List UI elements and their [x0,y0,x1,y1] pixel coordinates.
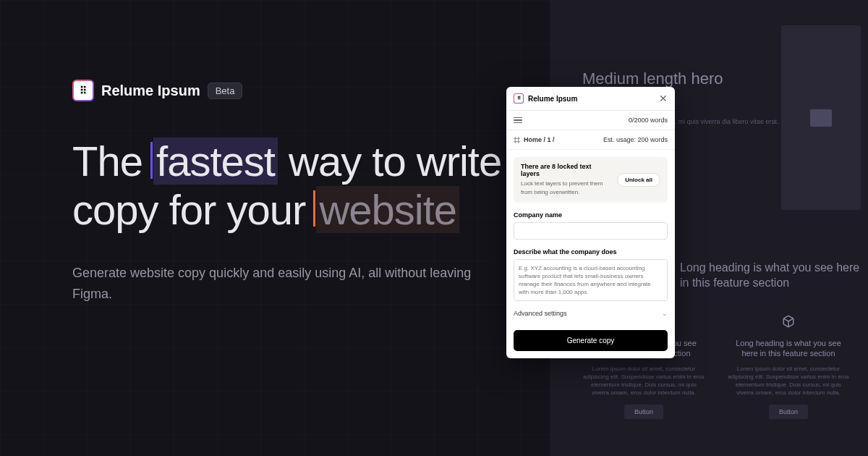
plugin-header: ⠿ Relume Ipsum ✕ [506,87,675,111]
locked-desc: Lock text layers to prevent them from be… [521,180,603,195]
beta-badge: Beta [208,83,243,99]
mock-button: Button [769,405,808,419]
plugin-title: Relume Ipsum [528,95,577,103]
frame-icon [514,137,520,143]
plugin-logo-icon: ⠿ [514,93,524,104]
locked-title: There are 8 locked text layers [521,163,611,177]
cube-icon [782,315,795,328]
menu-icon[interactable] [514,117,522,124]
page-subhead: Generate website copy quickly and easily… [72,263,506,305]
logo-icon: ⠿ [72,80,94,101]
est-usage: Est. usage: 200 words [603,136,668,143]
plugin-wordcount-row: 0/2000 words [506,111,675,130]
close-icon[interactable]: ✕ [659,93,668,104]
mock-feature-heading: Long heading is what you see here in thi… [680,261,861,291]
plugin-breadcrumb-row: Home / 1 / Est. usage: 200 words [506,130,675,150]
describe-label: Describe what the company does [514,248,668,256]
advanced-settings-toggle[interactable]: Advanced settings ⌄ [514,303,668,317]
unlock-all-button[interactable]: Unlock all [617,173,660,187]
generate-copy-button[interactable]: Generate copy [514,330,668,351]
describe-textarea[interactable] [514,259,668,301]
chevron-down-icon: ⌄ [662,310,668,317]
locked-layers-card: There are 8 locked text layers Lock text… [514,157,668,203]
logo-row: ⠿ Relume Ipsum Beta [72,80,506,101]
mock-feature-col: Long heading is what you see here in thi… [727,315,850,419]
logo-text: Relume Ipsum [101,83,200,99]
highlight-website: website [316,186,459,235]
mock-button: Button [624,405,663,419]
page-headline: The fastest way to write copy for your w… [72,138,506,234]
company-name-label: Company name [514,211,668,219]
breadcrumb: Home / 1 / [524,136,555,143]
plugin-panel: ⠿ Relume Ipsum ✕ 0/2000 words Home / 1 /… [506,87,675,358]
word-count: 0/2000 words [629,117,668,124]
company-name-input[interactable] [514,222,668,240]
highlight-fastest: fastest [153,138,278,186]
